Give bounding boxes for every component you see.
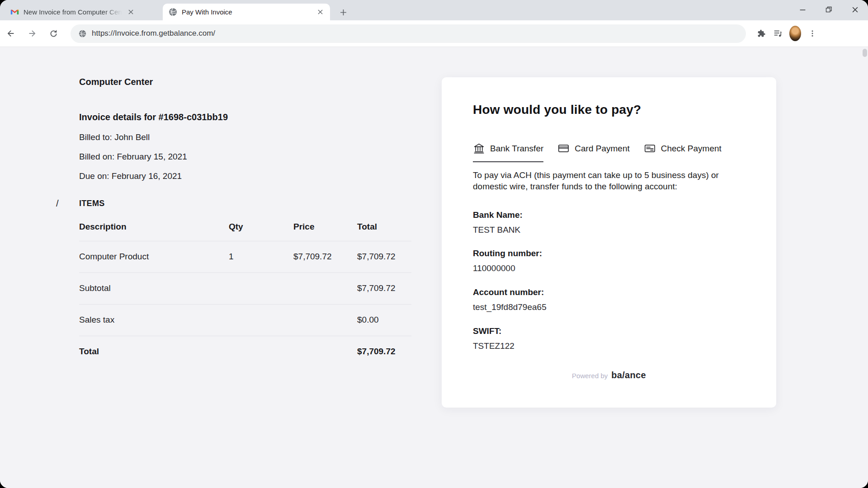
table-row: Computer Product 1 $7,709.72 $7,709.72 (79, 241, 411, 272)
tab-pay-with-invoice[interactable]: Pay With Invoice (163, 4, 330, 20)
invoice-details-title: Invoice details for #1698-c031bb19 (79, 112, 228, 122)
payment-title: How would you like to pay? (473, 103, 641, 117)
bank-icon (473, 142, 485, 155)
item-description: Computer Product (79, 252, 229, 262)
total-label: Total (79, 347, 229, 357)
col-qty: Qty (229, 222, 293, 232)
field-value: TEST BANK (473, 225, 523, 235)
tab-card-payment[interactable]: Card Payment (557, 142, 629, 162)
col-description: Description (79, 222, 229, 232)
close-tab-icon[interactable] (316, 8, 325, 17)
table-header-row: Description Qty Price Total (79, 221, 411, 241)
col-price: Price (293, 222, 357, 232)
globe-icon (79, 30, 86, 38)
item-price: $7,709.72 (293, 252, 357, 262)
address-bar[interactable]: https://Invoice.from.getbalance.com/ (71, 24, 746, 43)
items-title: ITEMS (79, 199, 105, 208)
billed-on: Billed on: February 15, 2021 (79, 152, 187, 162)
tab-bank-transfer[interactable]: Bank Transfer (473, 142, 543, 162)
tab-label: Card Payment (575, 144, 629, 154)
tab-title: Pay With Invoice (182, 8, 232, 16)
powered-by-text: Powered by (572, 372, 608, 380)
extensions-icon[interactable] (752, 25, 769, 42)
routing-number-field: Routing number: 110000000 (473, 249, 542, 273)
bank-name-field: Bank Name: TEST BANK (473, 210, 523, 235)
payment-method-tabs: Bank Transfer Card Payment (473, 142, 736, 162)
subtotal-label: Subtotal (79, 283, 229, 293)
restore-button[interactable] (816, 0, 842, 19)
check-icon (644, 142, 656, 155)
back-icon[interactable] (3, 26, 19, 41)
scrollbar[interactable] (863, 49, 867, 57)
sales-tax-row: Sales tax $0.00 (79, 304, 411, 336)
close-window-button[interactable] (842, 0, 868, 19)
close-tab-icon[interactable] (127, 8, 136, 17)
payment-instructions: To pay via ACH (this payment can take up… (473, 169, 738, 192)
avatar (789, 26, 801, 41)
item-total: $7,709.72 (357, 252, 411, 262)
tab-new-invoice[interactable]: New Invoice from Computer Cen (5, 4, 160, 20)
items-table: Description Qty Price Total Computer Pro… (79, 221, 411, 367)
forward-icon[interactable] (24, 26, 40, 41)
field-label: SWIFT: (473, 326, 514, 336)
media-controls-icon[interactable] (769, 25, 787, 42)
payment-card: How would you like to pay? Bank Transfer (442, 77, 776, 408)
minimize-button[interactable] (789, 0, 816, 19)
browser-window: New Invoice from Computer Cen Pay With I… (0, 0, 868, 488)
tab-strip: New Invoice from Computer Cen Pay With I… (0, 0, 868, 20)
field-label: Bank Name: (473, 210, 523, 220)
tax-label: Sales tax (79, 315, 229, 325)
gmail-icon (10, 8, 19, 17)
field-value: 110000000 (473, 263, 542, 273)
tab-check-payment[interactable]: Check Payment (644, 142, 722, 162)
subtotal-value: $7,709.72 (357, 283, 411, 293)
tab-label: Bank Transfer (490, 144, 543, 154)
credit-card-icon (557, 142, 570, 155)
item-qty: 1 (229, 252, 293, 262)
account-number-field: Account number: test_19fd8d79ea65 (473, 287, 547, 312)
col-total: Total (357, 222, 411, 232)
due-on: Due on: February 16, 2021 (79, 171, 182, 181)
total-value: $7,709.72 (357, 347, 411, 357)
url-text: https://Invoice.from.getbalance.com/ (92, 29, 215, 38)
subtotal-row: Subtotal $7,709.72 (79, 272, 411, 304)
field-value: test_19fd8d79ea65 (473, 302, 547, 312)
tab-label: Check Payment (661, 144, 722, 154)
tab-title: New Invoice from Computer Cen (24, 8, 122, 16)
total-row: Total $7,709.72 (79, 336, 411, 367)
balance-logo: ba/ance (611, 370, 646, 380)
tax-value: $0.00 (357, 315, 411, 325)
swift-field: SWIFT: TSTEZ122 (473, 326, 514, 351)
powered-by-footer: Powered byba/ance (442, 370, 776, 380)
new-tab-button[interactable] (337, 6, 349, 18)
window-controls (789, 0, 868, 19)
page-content: Computer Center Invoice details for #169… (0, 47, 868, 488)
globe-icon (168, 8, 177, 17)
browser-toolbar: https://Invoice.from.getbalance.com/ (0, 20, 868, 47)
profile-avatar[interactable] (787, 25, 804, 42)
reload-icon[interactable] (46, 26, 61, 41)
field-value: TSTEZ122 (473, 341, 514, 351)
billed-to: Billed to: John Bell (79, 132, 150, 142)
toolbar-actions (752, 25, 821, 42)
field-label: Account number: (473, 287, 547, 297)
menu-kebab-icon[interactable] (804, 25, 821, 42)
company-name: Computer Center (79, 77, 153, 87)
field-label: Routing number: (473, 249, 542, 258)
section-marker: / (56, 198, 59, 209)
